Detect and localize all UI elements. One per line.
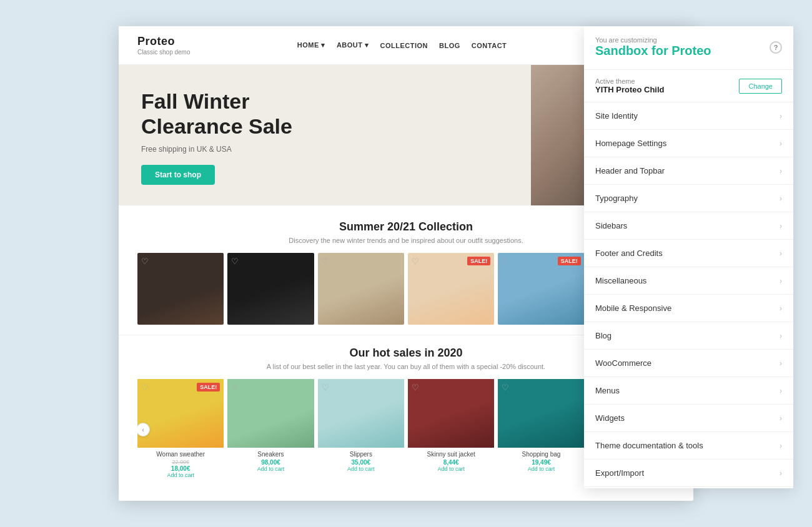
wishlist-icon[interactable]: ♡ [231,383,239,392]
menu-item-label: Menus [595,386,620,395]
product-name: Shopping bag [498,451,584,458]
chevron-right-icon: › [780,167,782,175]
wishlist-icon[interactable]: ♡ [412,257,419,266]
hero-cta-button[interactable]: Start to shop [141,165,215,185]
add-to-cart-button[interactable]: Add to cart [318,466,404,472]
menu-item-label: Mobile & Responsive [595,303,671,313]
sidebar-item-widgets[interactable]: Widgets › [584,405,793,432]
sidebar-item-blog[interactable]: Blog › [584,322,793,350]
menu-item-label: Homepage Settings [595,139,666,148]
list-item: ♡ Slippers 35,00€ Add to cart [318,379,404,480]
sidebar-item-theme-docs[interactable]: Theme documentation & tools › [584,432,793,460]
product-info: Shopping bag 19,49€ Add to cart [498,448,584,473]
sidebar-item-menus[interactable]: Menus › [584,377,793,405]
menu-item-label: WooCommerce [595,358,651,368]
list-item: ♡ [227,253,314,325]
nav-collection[interactable]: COLLECTION [380,42,428,49]
hero-subtitle: Free shipping in UK & USA [141,145,508,154]
product-image [318,253,404,325]
nav-blog[interactable]: BLOG [439,42,460,49]
list-item: ♡ Skinny suit jacket 8,44€ Add to cart [408,379,494,480]
change-theme-button[interactable]: Change [739,79,782,94]
product-info: Woman sweather 22,00€ 18,00€ Add to cart [137,448,224,480]
add-to-cart-button[interactable]: Add to cart [137,472,224,478]
sidebar-item-footer-credits[interactable]: Footer and Credits › [584,240,793,267]
sidebar-item-site-identity[interactable]: Site Identity › [584,102,793,130]
customizer-header-text: You are customizing Sandbox for Proteo [595,36,711,58]
wishlist-icon[interactable]: ♡ [322,257,329,266]
customizer-subtitle: You are customizing [595,36,711,44]
product-image [227,253,314,325]
list-item: ♡ SALE! Woman sweather 22,00€ 18,00€ Add… [137,379,224,480]
nav-contact[interactable]: CONTACT [472,42,507,49]
list-item: ♡ [137,253,224,325]
chevron-right-icon: › [780,194,782,203]
sidebar-item-homepage-settings[interactable]: Homepage Settings › [584,130,793,157]
help-button[interactable]: ? [770,41,782,54]
product-image [318,379,404,448]
wishlist-icon[interactable]: ♡ [141,383,149,392]
menu-item-label: Site Identity [595,111,638,121]
product-name: Woman sweather [137,451,224,458]
product-image [498,379,584,448]
logo-tagline: Classic shop demo [137,49,190,56]
sidebar-item-mobile-responsive[interactable]: Mobile & Responsive › [584,295,793,322]
customizer-menu-list: Site Identity › Homepage Settings › Head… [584,102,793,488]
menu-item-label: Blog [595,331,611,340]
list-item: ♡ [318,253,404,325]
sidebar-item-miscellaneous[interactable]: Miscellaneous › [584,267,793,295]
chevron-right-icon: › [780,112,782,121]
menu-item-label: Footer and Credits [595,249,663,258]
chevron-right-icon: › [780,387,782,395]
add-to-cart-button[interactable]: Add to cart [227,466,314,472]
sidebar-item-export-import[interactable]: Export/Import › [584,460,793,487]
nav-home[interactable]: HOME ▾ [297,41,325,49]
active-theme-name: YITH Proteo Child [595,85,665,94]
menu-item-label: Miscellaneous [595,276,646,285]
sidebar-item-woocommerce[interactable]: WooCommerce › [584,350,793,377]
chevron-right-icon: › [780,332,782,340]
customizer-panel: You are customizing Sandbox for Proteo ?… [584,26,793,488]
customizer-header-top: You are customizing Sandbox for Proteo ? [595,36,782,58]
chevron-right-icon: › [780,139,782,148]
product-price: 18,00€ [137,465,224,472]
wishlist-icon[interactable]: ♡ [322,383,329,392]
product-image [408,379,494,448]
product-name: Skinny suit jacket [408,451,494,458]
sale-badge: SALE! [197,383,220,392]
add-to-cart-button[interactable]: Add to cart [498,466,584,472]
product-price: 35,00€ [318,459,404,466]
chevron-right-icon: › [780,414,782,423]
chevron-right-icon: › [780,222,782,230]
menu-item-label: Theme documentation & tools [595,441,703,450]
nav-about[interactable]: ABOUT ▾ [337,41,369,49]
chevron-right-icon: › [780,359,782,368]
wishlist-icon[interactable]: ♡ [502,257,509,266]
sidebar-item-typography[interactable]: Typography › [584,185,793,212]
hero-text: Fall WinterClearance Sale Free shipping … [119,65,531,205]
wishlist-icon[interactable]: ♡ [412,383,419,392]
sidebar-item-header-topbar[interactable]: Header and Topbar › [584,157,793,185]
menu-item-label: Typography [595,194,638,203]
sale-badge: SALE! [467,257,490,265]
product-old-price: 22,00€ [137,459,224,465]
menu-item-label: Sidebars [595,221,627,230]
product-image [227,379,314,448]
wishlist-icon[interactable]: ♡ [231,257,239,266]
list-item: ♡ SALE! [408,253,494,325]
site-logo: Proteo Classic shop demo [137,35,190,56]
add-to-cart-button[interactable]: Add to cart [408,466,494,472]
product-price: 98,00€ [227,459,314,466]
menu-item-label: Widgets [595,413,625,423]
product-image [137,253,224,325]
chevron-right-icon: › [780,277,782,285]
sidebar-item-sidebars[interactable]: Sidebars › [584,212,793,240]
active-theme-bar: Active theme YITH Proteo Child Change [584,70,793,102]
wishlist-icon[interactable]: ♡ [502,383,509,392]
customizer-header: You are customizing Sandbox for Proteo ? [584,26,793,70]
product-info: Skinny suit jacket 8,44€ Add to cart [408,448,494,473]
product-name: Sneakers [227,451,314,458]
wishlist-icon[interactable]: ♡ [141,257,149,266]
site-nav: HOME ▾ ABOUT ▾ COLLECTION BLOG CONTACT [297,41,507,49]
sale-badge: SALE! [558,257,581,265]
